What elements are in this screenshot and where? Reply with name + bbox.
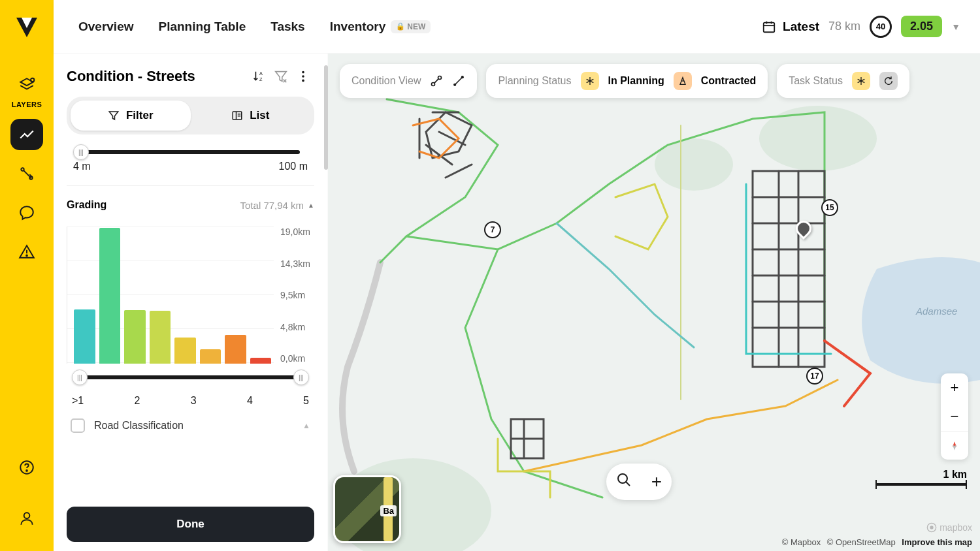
zoom-out-button[interactable]: − — [941, 402, 968, 431]
chart-bar — [174, 338, 196, 364]
svg-point-21 — [302, 75, 304, 78]
more-icon[interactable] — [292, 65, 314, 87]
chart-bar — [200, 349, 221, 364]
svg-point-10 — [24, 512, 30, 518]
place-label: Adamsee — [915, 306, 957, 317]
chart-bar — [225, 335, 246, 364]
condition-view-pill[interactable]: Condition View — [340, 64, 477, 98]
panel-title: Condition - Streets — [67, 68, 248, 85]
svg-line-37 — [455, 78, 462, 84]
grade-range-slider[interactable]: ||| ||| — [80, 375, 301, 379]
grading-title: Grading — [67, 199, 106, 211]
chevron-down-icon[interactable]: ▼ — [951, 22, 960, 32]
sort-icon[interactable]: AZ — [248, 65, 270, 87]
width-range-slider[interactable]: ||| — [81, 150, 300, 154]
slider-handle-max[interactable]: ||| — [293, 370, 309, 385]
filter-icon — [108, 110, 120, 121]
calendar-icon — [762, 20, 776, 34]
range-max: 100 m — [279, 161, 308, 172]
map-scale: 1 km — [875, 469, 967, 486]
svg-point-22 — [302, 80, 304, 82]
task-status-pill[interactable]: Task Status — [777, 64, 909, 98]
segment-icon — [430, 74, 443, 87]
date-picker[interactable]: Latest — [762, 20, 819, 34]
planning-status-pill[interactable]: Planning Status In Planning Contracted — [486, 64, 768, 98]
new-badge: 🔒NEW — [391, 20, 431, 33]
sidebar-warning-icon[interactable] — [10, 236, 43, 268]
minimap[interactable]: Ba — [333, 475, 401, 543]
list-icon — [231, 110, 243, 121]
chevron-up-icon: ▲ — [308, 202, 314, 209]
svg-point-20 — [302, 71, 304, 74]
svg-line-40 — [626, 482, 630, 486]
seg-list[interactable]: List — [191, 101, 311, 131]
svg-point-4 — [21, 168, 24, 170]
seg-filter[interactable]: Filter — [71, 101, 191, 131]
svg-text:A: A — [259, 71, 263, 76]
map-marker[interactable]: 15 — [821, 199, 838, 216]
layers-label: LAYERS — [12, 101, 42, 108]
nav-planning-table[interactable]: Planning Table — [159, 20, 246, 34]
compass-icon[interactable] — [941, 431, 968, 460]
map-marker[interactable]: 7 — [484, 221, 501, 238]
svg-point-39 — [618, 474, 627, 483]
nav-inventory[interactable]: Inventory 🔒NEW — [330, 20, 431, 34]
add-icon[interactable]: + — [651, 471, 662, 492]
refresh-icon — [879, 72, 898, 90]
nav-tasks[interactable]: Tasks — [270, 20, 304, 34]
grading-bar-chart — [67, 227, 274, 364]
profile-icon[interactable] — [10, 503, 43, 534]
svg-point-30 — [759, 106, 877, 171]
help-icon[interactable] — [10, 452, 43, 483]
chart-y-labels: 19,0km14,3km9,5km4,8km0,0km — [274, 227, 314, 364]
asterisk-icon — [581, 72, 599, 90]
mapbox-logo: mapbox — [926, 522, 972, 533]
svg-line-34 — [434, 79, 439, 84]
chart-x-labels: >12345 — [72, 395, 309, 407]
slider-handle-min[interactable]: ||| — [73, 144, 89, 160]
chart-bar — [150, 311, 171, 364]
layers-icon[interactable] — [10, 69, 43, 101]
count-badge[interactable]: 40 — [870, 16, 892, 38]
svg-marker-23 — [109, 112, 118, 119]
chart-bar — [124, 310, 146, 364]
road-class-label: Road Classification — [94, 420, 184, 432]
sidebar-trend-icon[interactable] — [10, 119, 43, 150]
road-class-checkbox[interactable] — [71, 418, 85, 433]
svg-marker-17 — [276, 72, 287, 82]
map-marker[interactable]: 17 — [806, 368, 823, 385]
svg-rect-11 — [764, 22, 775, 32]
chart-bar — [250, 358, 272, 364]
search-icon[interactable] — [616, 472, 632, 492]
score-badge[interactable]: 2.05 — [901, 16, 942, 37]
slider-handle-min[interactable]: ||| — [72, 370, 88, 385]
chart-bar — [74, 309, 95, 364]
range-min: 4 m — [73, 161, 91, 172]
grading-total: Total 77,94 km ▲ — [240, 200, 314, 211]
asterisk-icon — [852, 72, 870, 90]
done-button[interactable]: Done — [67, 507, 314, 542]
svg-point-9 — [26, 470, 27, 471]
svg-point-7 — [26, 255, 27, 257]
svg-text:Z: Z — [259, 76, 263, 82]
zoom-in-button[interactable]: + — [941, 373, 968, 402]
app-logo[interactable] — [12, 12, 42, 42]
map-canvas[interactable]: Adamsee Condition View Planning Status I… — [328, 54, 980, 551]
map-attribution: © Mapbox © OpenStreetMap Improve this ma… — [778, 537, 972, 547]
cone-icon — [674, 72, 692, 90]
chevron-up-icon[interactable]: ▲ — [302, 421, 310, 430]
nav-overview[interactable]: Overview — [78, 20, 134, 34]
clear-filter-icon[interactable] — [270, 65, 292, 87]
line-icon — [452, 74, 465, 87]
sidebar-route-icon[interactable] — [10, 158, 43, 189]
distance-value: 78 km — [828, 20, 860, 33]
sidebar-message-icon[interactable] — [10, 197, 43, 228]
chart-bar — [99, 228, 121, 364]
svg-point-44 — [930, 526, 934, 529]
svg-point-3 — [31, 78, 34, 82]
